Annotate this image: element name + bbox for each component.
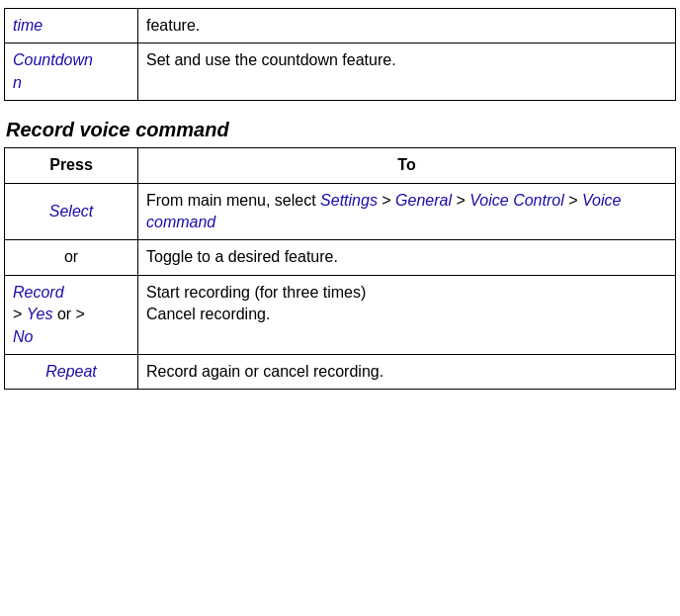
link-voice-control: Voice Control	[469, 192, 563, 209]
press-value-or2: or >	[52, 306, 84, 322]
to-cell-record: Start recording (for three times)Cancel …	[138, 275, 676, 354]
press-cell-repeat: Repeat	[5, 354, 138, 389]
main-table: Press To Select From main menu, select S…	[4, 147, 676, 390]
press-cell-time: time	[5, 9, 138, 44]
press-cell-record: Record > Yes or > No	[5, 275, 138, 354]
to-value-feature: feature.	[146, 17, 200, 34]
to-cell-countdown: Set and use the countdown feature.	[138, 44, 676, 101]
table-row: time feature.	[5, 9, 676, 44]
table-row: or Toggle to a desired feature.	[5, 240, 676, 275]
press-value-select: Select	[49, 203, 93, 220]
link-general: General	[395, 192, 452, 209]
press-value-or: or	[64, 248, 78, 265]
to-value-select: From main menu, select Settings > Genera…	[146, 192, 621, 230]
section-header: Record voice command	[4, 119, 676, 141]
top-table: time feature. Countdownn Set and use the…	[4, 8, 676, 101]
press-cell-countdown: Countdownn	[5, 44, 138, 101]
table-header-row: Press To	[5, 148, 676, 183]
table-row: Select From main menu, select Settings >…	[5, 183, 676, 240]
press-value-gt1: >	[13, 306, 27, 322]
press-value-time: time	[13, 17, 42, 34]
to-cell-select: From main menu, select Settings > Genera…	[138, 183, 676, 240]
to-cell-repeat: Record again or cancel recording.	[138, 354, 676, 389]
to-value-record: Start recording (for three times)Cancel …	[146, 284, 366, 322]
table-row: Record > Yes or > No Start recording (fo…	[5, 275, 676, 354]
press-value-no: No	[13, 328, 33, 345]
header-to: To	[138, 148, 676, 183]
press-value-yes: Yes	[27, 306, 53, 322]
to-value-countdown: Set and use the countdown feature.	[146, 51, 396, 68]
to-cell-or: Toggle to a desired feature.	[138, 240, 676, 275]
press-cell-select: Select	[5, 183, 138, 240]
page-container: time feature. Countdownn Set and use the…	[0, 0, 680, 397]
table-row: Repeat Record again or cancel recording.	[5, 354, 676, 389]
header-press: Press	[5, 148, 138, 183]
press-value-countdown: Countdownn	[13, 51, 93, 90]
to-value-repeat: Record again or cancel recording.	[146, 363, 383, 380]
link-settings: Settings	[320, 192, 378, 209]
press-value-record: Record	[13, 284, 64, 301]
press-value-repeat: Repeat	[45, 363, 97, 380]
to-cell-feature: feature.	[138, 9, 676, 44]
table-row: Countdownn Set and use the countdown fea…	[5, 44, 676, 101]
to-value-or: Toggle to a desired feature.	[146, 248, 338, 265]
press-cell-or: or	[5, 240, 138, 275]
